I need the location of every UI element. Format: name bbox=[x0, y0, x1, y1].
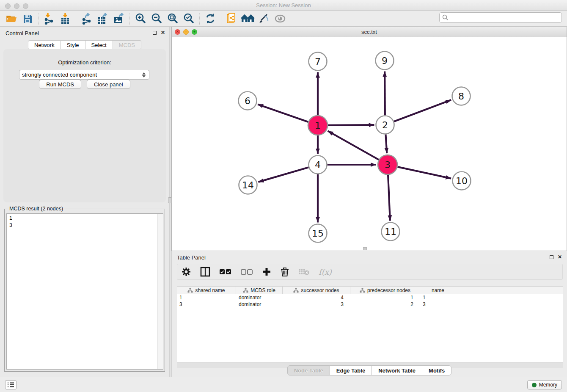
node-label-11: 11 bbox=[385, 226, 396, 237]
import-table-icon[interactable] bbox=[58, 12, 72, 25]
tab-mcds[interactable]: MCDS bbox=[113, 40, 141, 50]
function-builder-icon[interactable]: f(x) bbox=[319, 268, 332, 276]
tab-node-table[interactable]: Node Table bbox=[287, 365, 330, 375]
open-folder-icon[interactable] bbox=[4, 12, 19, 25]
table-row[interactable]: 1dominator411 bbox=[177, 294, 563, 301]
optimization-criterion-label: Optimization criterion: bbox=[3, 59, 166, 66]
tab-style[interactable]: Style bbox=[61, 40, 85, 50]
close-panel-icon[interactable]: ✕ bbox=[160, 30, 166, 36]
control-panel: Control Panel ✕ NetworkStyleSelectMCDS O… bbox=[0, 27, 169, 377]
hierarchy-icon bbox=[187, 288, 193, 293]
network-graph[interactable]: 7968124314101511 bbox=[172, 37, 567, 251]
column-header-shared-name[interactable]: shared name bbox=[177, 287, 236, 294]
delete-table-icon[interactable] bbox=[298, 268, 309, 276]
node-label-9: 9 bbox=[382, 55, 388, 66]
edge-3-1[interactable] bbox=[328, 131, 379, 160]
save-icon[interactable] bbox=[20, 12, 35, 25]
column-header-name[interactable]: name bbox=[420, 287, 456, 294]
network-canvas[interactable]: 7968124314101511 bbox=[172, 37, 567, 251]
mcds-tab-content: Optimization criterion: strongly connect… bbox=[3, 49, 166, 202]
edge-1-6[interactable] bbox=[258, 104, 308, 122]
close-panel-button[interactable]: Close panel bbox=[87, 80, 130, 89]
horizontal-scrollbar-thumb[interactable] bbox=[363, 247, 367, 250]
mcds-result-groupbox: MCDS result (2 nodes) 13 bbox=[4, 209, 165, 372]
mcds-result-title: MCDS result (2 nodes) bbox=[8, 206, 64, 212]
checked-columns-icon[interactable] bbox=[220, 269, 231, 275]
hierarchy-icon bbox=[243, 288, 248, 293]
criterion-select[interactable]: strongly connected component bbox=[19, 70, 149, 80]
float-panel-icon[interactable] bbox=[151, 30, 157, 36]
table-toolbar: f(x) bbox=[177, 264, 563, 280]
node-label-10: 10 bbox=[456, 176, 468, 186]
window-titlebar: Session: New Session bbox=[0, 0, 567, 11]
cell-mcds-role[interactable]: dominator bbox=[236, 294, 283, 301]
edge-2-8[interactable] bbox=[394, 100, 451, 121]
network-view-window: ✕ − + scc.txt 7968124314101511 bbox=[171, 27, 567, 251]
run-mcds-button[interactable]: Run MCDS bbox=[39, 80, 81, 89]
document-network-icon[interactable] bbox=[225, 12, 239, 25]
column-header-filler bbox=[456, 287, 563, 294]
float-table-panel-icon[interactable] bbox=[548, 254, 554, 260]
zoom-fit-icon[interactable] bbox=[165, 12, 180, 25]
table-row[interactable]: 3dominator323 bbox=[177, 301, 563, 308]
refresh-layout-icon[interactable] bbox=[203, 12, 217, 25]
cell-successor-nodes[interactable]: 3 bbox=[283, 301, 350, 308]
control-panel-title: Control Panel bbox=[6, 30, 39, 36]
table-panel-title: Table Panel bbox=[177, 254, 206, 261]
delete-column-icon[interactable] bbox=[281, 267, 289, 277]
main-toolbar bbox=[0, 11, 567, 27]
task-list-button[interactable] bbox=[5, 380, 17, 389]
export-image-icon[interactable] bbox=[112, 12, 126, 25]
cell-predecessor-nodes[interactable]: 1 bbox=[350, 294, 420, 301]
search-box bbox=[439, 12, 562, 23]
edge-2-9[interactable] bbox=[385, 71, 385, 115]
column-label: predecessor nodes bbox=[367, 287, 410, 293]
tab-network[interactable]: Network bbox=[28, 40, 61, 50]
edge-3-10[interactable] bbox=[397, 167, 451, 178]
paintbrush-icon[interactable] bbox=[257, 12, 271, 25]
edge-3-11[interactable] bbox=[388, 175, 390, 221]
search-input[interactable] bbox=[449, 14, 561, 22]
export-network-icon[interactable] bbox=[80, 12, 94, 25]
add-column-icon[interactable] bbox=[262, 267, 271, 276]
zoom-out-icon[interactable] bbox=[149, 12, 164, 25]
cell-name[interactable]: 3 bbox=[420, 301, 456, 308]
tab-network-table[interactable]: Network Table bbox=[372, 365, 422, 375]
export-table-icon[interactable] bbox=[96, 12, 110, 25]
result-scrollbar[interactable] bbox=[157, 214, 163, 369]
tab-edge-table[interactable]: Edge Table bbox=[330, 365, 372, 375]
cell-shared-name[interactable]: 3 bbox=[177, 301, 236, 308]
cell-shared-name[interactable]: 1 bbox=[177, 294, 236, 301]
eye-icon[interactable] bbox=[273, 12, 287, 25]
column-header-successor-nodes[interactable]: successor nodes bbox=[283, 287, 350, 294]
table-header-row: shared nameMCDS rolesuccessor nodesprede… bbox=[177, 286, 563, 294]
zoom-selected-icon[interactable] bbox=[182, 12, 196, 25]
cell-successor-nodes[interactable]: 4 bbox=[283, 294, 350, 301]
gear-icon[interactable] bbox=[182, 267, 191, 276]
column-header-mcds-role[interactable]: MCDS role bbox=[236, 287, 283, 294]
close-table-panel-icon[interactable]: ✕ bbox=[557, 254, 563, 260]
edge-4-14[interactable] bbox=[258, 167, 308, 182]
toolbar-separator bbox=[199, 13, 200, 25]
cell-predecessor-nodes[interactable]: 2 bbox=[350, 301, 420, 308]
network-titlebar[interactable]: ✕ − + scc.txt bbox=[172, 27, 567, 37]
result-line: 3 bbox=[9, 222, 160, 229]
column-label: successor nodes bbox=[301, 287, 339, 293]
memory-button[interactable]: Memory bbox=[527, 380, 562, 389]
unchecked-columns-icon[interactable] bbox=[241, 269, 253, 275]
home-icon[interactable] bbox=[241, 12, 255, 25]
window-title: Session: New Session bbox=[0, 2, 567, 8]
cell-mcds-role[interactable]: dominator bbox=[236, 301, 283, 308]
column-label: MCDS role bbox=[250, 287, 275, 293]
tab-motifs[interactable]: Motifs bbox=[422, 365, 451, 375]
import-network-icon[interactable] bbox=[42, 12, 56, 25]
edge-1-2[interactable] bbox=[328, 125, 374, 125]
edge-2-3[interactable] bbox=[385, 134, 387, 153]
cell-name[interactable]: 1 bbox=[420, 294, 456, 301]
split-pane-icon[interactable] bbox=[200, 267, 210, 277]
control-panel-header: Control Panel ✕ bbox=[0, 27, 169, 39]
column-header-predecessor-nodes[interactable]: predecessor nodes bbox=[350, 287, 420, 294]
tab-select[interactable]: Select bbox=[85, 40, 113, 50]
mcds-result-text[interactable]: 13 bbox=[6, 213, 163, 370]
zoom-in-icon[interactable] bbox=[133, 12, 148, 25]
